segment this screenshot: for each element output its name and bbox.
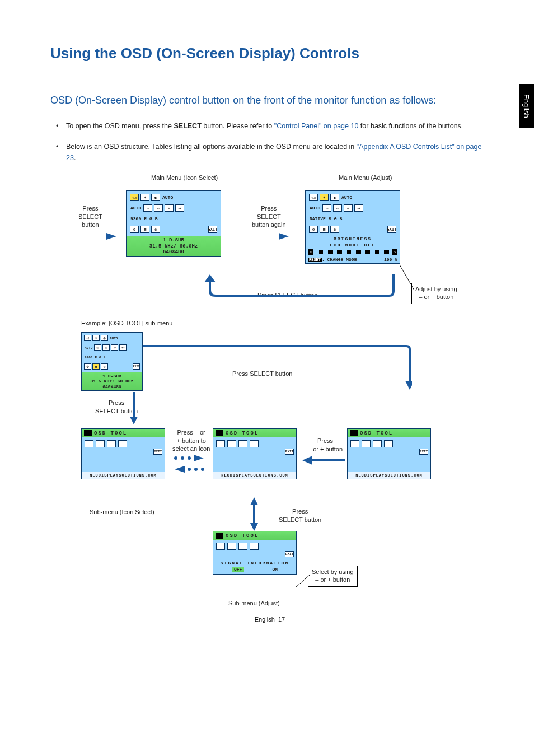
osd-icon: ▭ [143, 204, 152, 212]
osd-icon: NATIVE [309, 215, 326, 222]
osd-tool-panel-3: OSD TOOL EXIT NECDISPLAYSOLUTIONS.COM [347, 428, 431, 479]
osd-icon: ⚙ [84, 363, 91, 370]
osd-input-label: 1 D-SUB [85, 374, 139, 379]
caption-press-select: Press SELECT button [232, 370, 292, 377]
osd-icon: ▭ [102, 344, 110, 351]
osd-icon: ☀ [140, 194, 149, 201]
osd-icon: ⇔ [111, 344, 118, 351]
osd-icon: AUTO [162, 194, 174, 201]
osd-info-bar: 1 D-SUB 31.5 kHz/ 60.0Hz 640X480 [82, 372, 142, 391]
osd-icon: R [94, 354, 97, 361]
osd-main-icon-select-panel: ◁♬☀◐AUTO AUTO▭▭⇔⟷ 9300RGB ⚙▦♻EXIT 1 D-SU… [126, 190, 221, 257]
osd-example-panel: ◁☀◐AUTO AUTO▭▭⇔⟷ 9300RGB ⚙▦♻EXIT 1 D-SUB… [81, 332, 143, 391]
osd-icon: ▭ [154, 204, 163, 212]
osd-icon: ⟷ [175, 204, 184, 212]
text: . [74, 154, 76, 162]
osd-tool-panel-1: OSD TOOL EXIT NECDISPLAYSOLUTIONS.COM [81, 428, 165, 479]
osd-icon: ▭ [94, 344, 101, 351]
osd-icon: ⚙ [309, 226, 318, 233]
arrow-left-icon [301, 455, 346, 465]
osd-icon: ▦ [140, 226, 149, 233]
osd-input-label: 1 D-SUB [130, 237, 217, 243]
osd-icon: ⇔ [165, 204, 174, 212]
osd-percent: 100 % [384, 257, 397, 262]
osd-icon: ⟷ [354, 204, 363, 212]
osd-icon: AUTO [130, 204, 142, 212]
leader-line [400, 265, 414, 290]
osd-tool-icon-selected [85, 440, 93, 447]
osd-eco-mode-label: ECO MODE OFF [306, 242, 400, 248]
osd-tool-panel-2: OSD TOOL EXIT NECDISPLAYSOLUTIONS.COM [213, 428, 297, 479]
osd-tool-header: OSD TOOL [213, 429, 296, 437]
osd-resolution: 640X480 [85, 384, 139, 389]
osd-tool-icon [350, 440, 359, 447]
osd-icon: ◁ [84, 335, 91, 341]
osd-structure-diagram: Main Menu (Icon Select) Main Menu (Adjus… [50, 174, 489, 616]
osd-tool-title: OSD TOOL [226, 533, 259, 539]
caption-press-pm-short: Press– or + button [308, 437, 343, 453]
control-panel-link[interactable]: "Control Panel" on page 10 [274, 122, 359, 130]
osd-tool-icon [227, 543, 236, 550]
osd-icon: ◁♬ [309, 194, 318, 201]
exit-icon: EXIT [285, 551, 294, 557]
osd-icon: B [103, 354, 106, 361]
text-bold: SELECT [174, 122, 201, 130]
osd-icon: AUTO [309, 204, 321, 212]
page-number: English–17 [50, 616, 489, 623]
osd-icon: 9300 [130, 215, 142, 222]
section-heading: OSD (On-Screen Display) control button o… [50, 93, 489, 108]
osd-tool-icon [107, 440, 116, 447]
exit-icon: EXIT [153, 449, 162, 455]
exit-icon: EXIT [133, 363, 140, 370]
dotted-arrows-icon [172, 454, 206, 474]
osd-tool-icon-selected [250, 440, 259, 447]
change-mode-label: : CHANGE MODE [322, 257, 357, 262]
osd-info-bar: 1 D-SUB 31.5 kHz/ 60.0Hz 640X480 [127, 236, 221, 256]
osd-tool-icon [384, 440, 393, 447]
osd-tool-icon [216, 440, 225, 447]
osd-frequency: 31.5 kHz/ 60.0Hz [85, 379, 139, 384]
osd-icon: ▭ [333, 204, 342, 212]
osd-footer: NECDISPLAYSOLUTIONS.COM [213, 472, 296, 479]
osd-tool-icon-selected [250, 543, 259, 550]
caption-press-select-again: PressSELECTbutton again [252, 204, 286, 228]
osd-tool-icon [216, 543, 225, 550]
caption-example-sub: Example: [OSD TOOL] sub-menu [81, 319, 172, 327]
osd-icon: ◁♬ [130, 194, 139, 201]
svg-point-3 [188, 456, 191, 460]
osd-icon: ♻ [101, 363, 108, 370]
osd-icon-selected: ▦ [92, 363, 100, 370]
text: To open the OSD menu, press the [66, 122, 174, 130]
osd-icon: R [143, 215, 147, 222]
caption-sub-adjust: Sub-menu (Adjust) [228, 599, 280, 607]
osd-icon: G [99, 354, 102, 361]
osd-icon: ⇔ [344, 204, 353, 212]
page-content: Using the OSD (On-Screen Display) Contro… [0, 0, 534, 656]
osd-tool-title: OSD TOOL [226, 431, 259, 436]
caption-sub-icon-select: Sub-menu (Icon Select) [90, 508, 154, 516]
osd-icon: ▦ [320, 226, 329, 233]
bullet-item: To open the OSD menu, press the SELECT b… [50, 121, 489, 132]
osd-tool-header: OSD TOOL [348, 429, 430, 437]
osd-icon-selected: ☀ [320, 194, 329, 201]
osd-frequency: 31.5 kHz/ 60.0Hz [130, 244, 217, 249]
double-arrow-vert-icon [249, 497, 264, 531]
bullet-list: To open the OSD menu, press the SELECT b… [50, 121, 489, 164]
curved-arrow-icon [199, 274, 406, 302]
exit-icon: EXIT [285, 449, 294, 455]
osd-resolution: 640X480 [130, 249, 217, 255]
osd-icon: ▭ [322, 204, 331, 212]
osd-icon: G [334, 215, 338, 222]
osd-tool-icon [96, 440, 105, 447]
svg-point-5 [194, 468, 198, 471]
osd-icon: AUTO [341, 194, 353, 201]
svg-point-4 [188, 468, 191, 471]
osd-icon: ◐ [151, 194, 160, 201]
osd-icon: R [328, 215, 332, 222]
osd-tool-header: OSD TOOL [82, 429, 165, 437]
caption-press-select: PressSELECTbutton [78, 204, 102, 228]
caption-main-icon-select: Main Menu (Icon Select) [151, 174, 218, 181]
osd-icon: 9300 [84, 354, 93, 361]
osd-icon: ⟷ [119, 344, 127, 351]
svg-point-6 [201, 468, 204, 471]
